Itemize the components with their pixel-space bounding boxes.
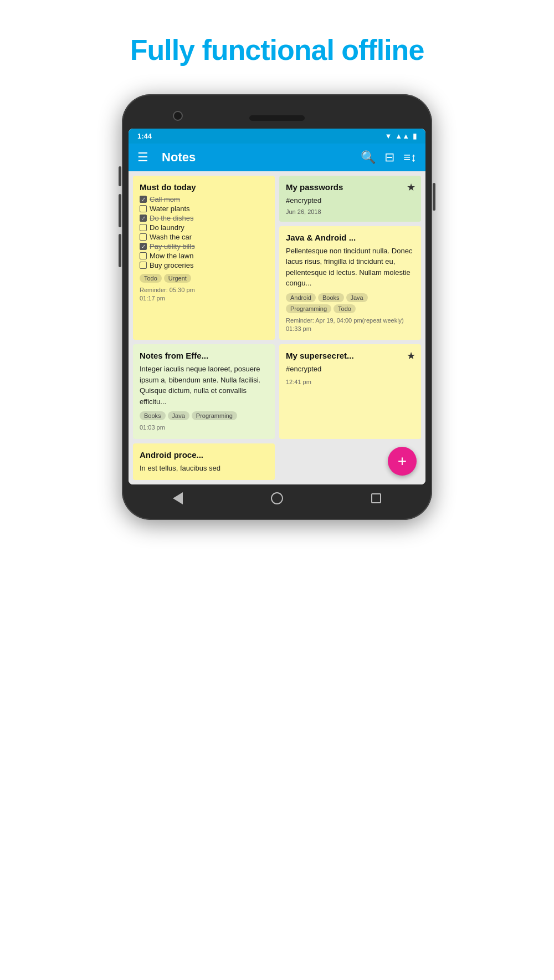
tags-row-notes-from-effe: Books Java Programming [140,411,268,420]
tags-row-java-android: Android Books Java Programming Todo [286,293,414,313]
tag-programming[interactable]: Programming [286,304,331,313]
checklist-label-buy-groceries: Buy groceries [150,261,193,269]
checklist-item-buy-groceries[interactable]: Buy groceries [140,261,268,269]
star-icon-my-supersecret[interactable]: ★ [407,350,416,362]
note-meta-must-do: Reminder: 05:30 pm01:17 pm [140,286,268,303]
phone-device: 1:44 ▼ ▲▲ ▮ ☰ Notes 🔍 ⊟ ≡↕ Must do today [122,94,432,520]
tag-android[interactable]: Android [286,293,316,302]
back-nav-button[interactable] [173,492,183,504]
power-button [433,183,435,211]
note-title-must-do-today: Must do today [140,182,268,192]
checklist-item-water-plants[interactable]: Water plants [140,205,268,213]
sort-button[interactable]: ≡↕ [403,150,417,165]
checklist-item-wash-car[interactable]: Wash the car [140,233,268,241]
wifi-icon: ▼ [384,132,392,140]
note-card-android-proce[interactable]: Android proce... In est tellus, faucibus… [133,443,275,481]
app-bar-title: Notes [162,150,352,165]
status-time: 1:44 [137,132,152,140]
checklist-label-pay-bills: Pay utility bills [150,242,195,251]
note-meta-notes-from-effe: 01:03 pm [140,423,268,432]
hamburger-menu-button[interactable]: ☰ [137,150,148,165]
signal-icon: ▲▲ [395,132,409,140]
note-date-my-passwords: Jun 26, 2018 [286,208,414,215]
note-title-android-proce: Android proce... [140,450,268,460]
note-title-java-android: Java & Android ... [286,233,414,242]
note-title-notes-from-effe: Notes from Effe... [140,351,268,360]
note-body-notes-from-effe: Integer iaculis neque laoreet, posuere i… [140,364,268,407]
battery-icon: ▮ [413,132,417,140]
checklist-label-do-laundry: Do laundry [150,223,184,232]
checkbox-wash-car[interactable] [140,233,147,241]
notes-area: Must do today ✓ Call mom Water plants ✓ … [129,171,425,484]
note-title-my-supersecret: My supersecret... [286,351,414,360]
note-card-must-do-today[interactable]: Must do today ✓ Call mom Water plants ✓ … [133,176,275,340]
star-icon-my-passwords[interactable]: ★ [407,181,416,193]
earpiece-speaker [249,115,305,121]
app-bar: ☰ Notes 🔍 ⊟ ≡↕ [129,144,425,171]
checklist-label-mow-lawn: Mow the lawn [150,252,193,260]
checklist-label-wash-car: Wash the car [150,233,192,241]
volume-up-button [119,166,121,186]
note-meta-java-android: Reminder: Apr 19, 04:00 pm(repeat weekly… [286,317,414,334]
phone-nav-bar [129,484,425,510]
phone-top-bezel [129,104,425,129]
checkbox-pay-bills[interactable]: ✓ [140,243,147,250]
view-toggle-button[interactable]: ⊟ [384,150,394,165]
tag-java[interactable]: Java [346,293,368,302]
status-bar: 1:44 ▼ ▲▲ ▮ [129,129,425,144]
checklist-label-water-plants: Water plants [150,205,190,213]
tag-java-effe[interactable]: Java [168,411,189,420]
checkbox-do-laundry[interactable] [140,224,147,231]
checkbox-do-dishes[interactable]: ✓ [140,215,147,222]
checklist-item-call-mom[interactable]: ✓ Call mom [140,195,268,203]
note-card-java-android[interactable]: Java & Android ... Pellentesque non tinc… [279,226,421,340]
silent-button [119,234,121,267]
note-body-java-android: Pellentesque non tincidunt nulla. Donec … [286,246,414,289]
note-title-my-passwords: My passwords [286,182,414,192]
note-body-my-passwords: #encrypted [286,195,414,206]
volume-down-button [119,194,121,227]
note-card-my-passwords[interactable]: ★ My passwords #encrypted Jun 26, 2018 [279,176,421,222]
tags-row-must-do: Todo Urgent [140,274,268,283]
tag-todo[interactable]: Todo [140,274,162,283]
checklist-item-pay-bills[interactable]: ✓ Pay utility bills [140,242,268,251]
checklist-label-call-mom: Call mom [150,195,180,203]
checklist-item-mow-lawn[interactable]: Mow the lawn [140,252,268,260]
tag-programming-effe[interactable]: Programming [192,411,237,420]
front-camera [173,111,183,121]
tag-todo-java[interactable]: Todo [334,304,356,313]
note-card-my-supersecret[interactable]: ★ My supersecret... #encrypted 12:41 pm [279,344,421,438]
checkbox-mow-lawn[interactable] [140,252,147,259]
add-note-fab[interactable]: + [388,447,417,476]
tag-books[interactable]: Books [318,293,344,302]
note-card-notes-from-effe[interactable]: Notes from Effe... Integer iaculis neque… [133,344,275,438]
checkbox-call-mom[interactable]: ✓ [140,196,147,203]
phone-screen: 1:44 ▼ ▲▲ ▮ ☰ Notes 🔍 ⊟ ≡↕ Must do today [129,129,425,484]
search-button[interactable]: 🔍 [361,150,376,165]
checklist-item-do-dishes[interactable]: ✓ Do the dishes [140,214,268,222]
checklist-item-do-laundry[interactable]: Do laundry [140,223,268,232]
checkbox-water-plants[interactable] [140,205,147,212]
checklist-label-do-dishes: Do the dishes [150,214,194,222]
note-body-my-supersecret: #encrypted [286,364,414,375]
notes-grid: Must do today ✓ Call mom Water plants ✓ … [129,171,425,484]
recents-nav-button[interactable] [371,493,381,503]
tag-books-effe[interactable]: Books [140,411,166,420]
tag-urgent[interactable]: Urgent [164,274,191,283]
note-body-android-proce: In est tellus, faucibus sed [140,463,268,474]
note-meta-my-supersecret: 12:41 pm [286,378,414,386]
home-nav-button[interactable] [271,492,283,504]
checkbox-buy-groceries[interactable] [140,262,147,269]
status-icons: ▼ ▲▲ ▮ [384,132,417,140]
page-heading: Fully functional offline [130,33,424,67]
